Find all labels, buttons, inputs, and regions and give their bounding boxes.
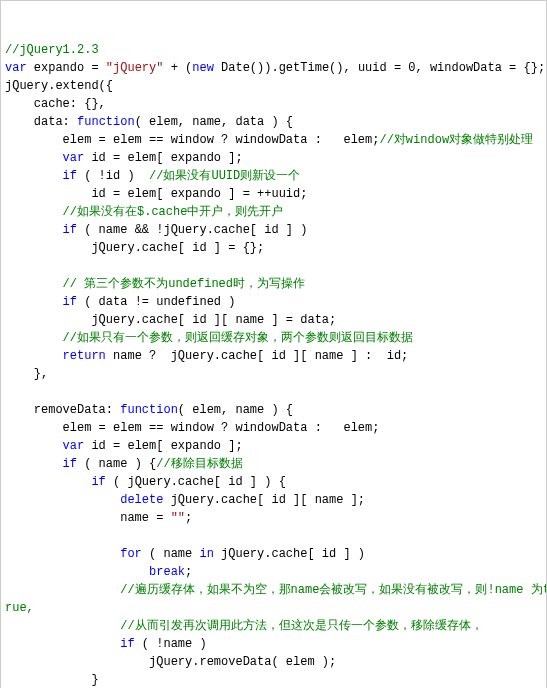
- code-line: }: [5, 671, 542, 688]
- code-line: //从而引发再次调用此方法，但这次是只传一个参数，移除缓存体，: [5, 617, 542, 635]
- code-line: removeData: function( elem, name ) {: [5, 401, 542, 419]
- code-line: //遍历缓存体，如果不为空，那name会被改写，如果没有被改写，则!name 为…: [5, 581, 542, 599]
- code-line: return name ? jQuery.cache[ id ][ name ]…: [5, 347, 542, 365]
- code-line: var id = elem[ expando ];: [5, 437, 542, 455]
- code-line: name = "";: [5, 509, 542, 527]
- code-line: jQuery.extend({: [5, 77, 542, 95]
- code-line: break;: [5, 563, 542, 581]
- code-line: jQuery.cache[ id ][ name ] = data;: [5, 311, 542, 329]
- code-line: if ( name ) {//移除目标数据: [5, 455, 542, 473]
- code-line: //如果只有一个参数，则返回缓存对象，两个参数则返回目标数据: [5, 329, 542, 347]
- code-line: delete jQuery.cache[ id ][ name ];: [5, 491, 542, 509]
- code-lines: //jQuery1.2.3var expando = "jQuery" + (n…: [5, 41, 542, 688]
- code-line: },: [5, 365, 542, 383]
- code-line: //如果没有在$.cache中开户，则先开户: [5, 203, 542, 221]
- code-line: elem = elem == window ? windowData : ele…: [5, 131, 542, 149]
- code-line: // 第三个参数不为undefined时，为写操作: [5, 275, 542, 293]
- code-line: cache: {},: [5, 95, 542, 113]
- code-line: if ( name && !jQuery.cache[ id ] ): [5, 221, 542, 239]
- code-line: var id = elem[ expando ];: [5, 149, 542, 167]
- code-line: if ( data != undefined ): [5, 293, 542, 311]
- code-line: if ( !id ) //如果没有UUID则新设一个: [5, 167, 542, 185]
- code-line: rue,: [5, 599, 542, 617]
- code-line: var expando = "jQuery" + (new Date()).ge…: [5, 59, 542, 77]
- code-line: for ( name in jQuery.cache[ id ] ): [5, 545, 542, 563]
- code-line: //jQuery1.2.3: [5, 41, 542, 59]
- code-line: if ( jQuery.cache[ id ] ) {: [5, 473, 542, 491]
- code-line: [5, 257, 542, 275]
- code-line: jQuery.cache[ id ] = {};: [5, 239, 542, 257]
- code-line: [5, 383, 542, 401]
- code-line: elem = elem == window ? windowData : ele…: [5, 419, 542, 437]
- code-line: if ( !name ): [5, 635, 542, 653]
- code-block: //jQuery1.2.3var expando = "jQuery" + (n…: [0, 0, 547, 688]
- code-line: jQuery.removeData( elem );: [5, 653, 542, 671]
- code-line: [5, 527, 542, 545]
- code-line: id = elem[ expando ] = ++uuid;: [5, 185, 542, 203]
- code-line: data: function( elem, name, data ) {: [5, 113, 542, 131]
